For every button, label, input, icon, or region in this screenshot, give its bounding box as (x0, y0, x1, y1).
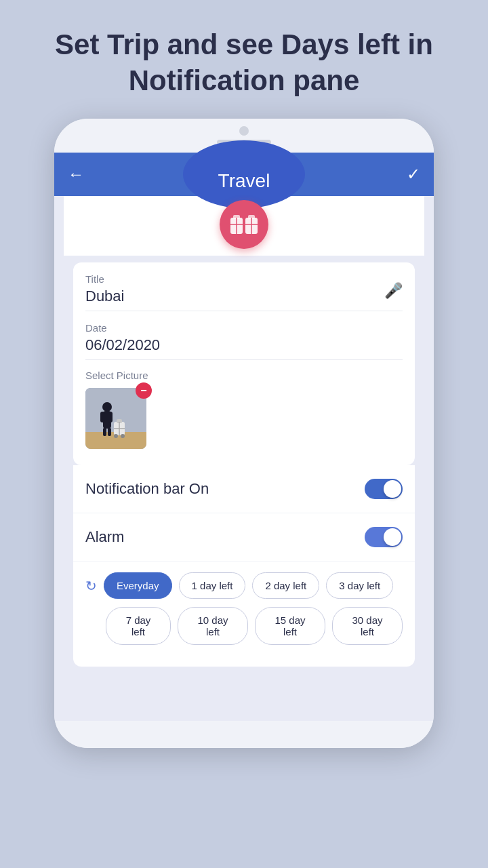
phone-camera (239, 126, 249, 136)
alarm-toggle[interactable] (365, 527, 403, 547)
phone-bottom-space (54, 721, 434, 748)
select-picture-label: Select Picture (85, 360, 403, 381)
select-picture-section: Select Picture (85, 360, 403, 452)
chip-15-day[interactable]: 15 day left (255, 607, 325, 645)
svg-rect-12 (100, 412, 105, 422)
chip-7-day[interactable]: 7 day left (106, 607, 171, 645)
back-button[interactable]: ← (68, 165, 84, 184)
date-value[interactable]: 06/02/2020 (85, 336, 403, 354)
picture-thumbnail-wrap[interactable]: − (85, 388, 146, 449)
date-label: Date (85, 322, 403, 334)
chip-30-day[interactable]: 30 day left (332, 607, 403, 645)
alarm-label: Alarm (85, 528, 124, 546)
alarm-toggle-row: Alarm (73, 513, 415, 561)
toggle-knob (384, 480, 401, 498)
svg-point-10 (102, 402, 112, 412)
thumbnail-image (85, 388, 146, 449)
title-field-group: Title Dubai 🎤 (85, 262, 403, 311)
microphone-icon[interactable]: 🎤 (384, 282, 403, 300)
chip-10-day[interactable]: 10 day left (178, 607, 248, 645)
notification-label: Notification bar On (85, 480, 209, 498)
svg-rect-13 (108, 412, 113, 422)
luggage-icon (229, 211, 259, 238)
svg-rect-15 (108, 428, 111, 436)
refresh-icon[interactable]: ↻ (85, 578, 97, 594)
chip-1-day[interactable]: 1 day left (179, 572, 246, 599)
chip-2-day[interactable]: 2 day left (252, 572, 319, 599)
chip-everyday[interactable]: Everyday (104, 572, 172, 599)
notification-toggle[interactable] (365, 479, 403, 499)
confirm-button[interactable]: ✓ (407, 165, 420, 184)
picture-thumbnail (85, 388, 146, 449)
header-oval: Travel (183, 140, 305, 208)
phone-frame: ← Travel ✓ (54, 119, 434, 748)
svg-point-20 (114, 434, 118, 438)
chip-3-day[interactable]: 3 day left (326, 572, 393, 599)
header-title: Travel (218, 170, 270, 192)
notification-toggle-row: Notification bar On (73, 465, 415, 513)
chips-row-1: ↻ Everyday 1 day left 2 day left 3 day l… (85, 572, 403, 599)
app-header: ← Travel ✓ (54, 153, 434, 196)
title-label: Title (85, 273, 403, 285)
svg-point-21 (121, 434, 125, 438)
page-headline: Set Trip and see Days left in Notificati… (14, 0, 474, 119)
chips-section: ↻ Everyday 1 day left 2 day left 3 day l… (73, 561, 415, 667)
alarm-toggle-knob (384, 528, 401, 546)
content-bottom-space (64, 667, 424, 721)
travel-icon-circle (220, 200, 268, 249)
title-value[interactable]: Dubai (85, 288, 403, 305)
remove-picture-button[interactable]: − (136, 382, 152, 399)
svg-rect-14 (103, 428, 106, 436)
chips-row-2: 7 day left 10 day left 15 day left 30 da… (85, 607, 403, 645)
date-field-group: Date 06/02/2020 (85, 311, 403, 360)
form-content: Title Dubai 🎤 Date 06/02/2020 Select Pic… (73, 262, 415, 465)
